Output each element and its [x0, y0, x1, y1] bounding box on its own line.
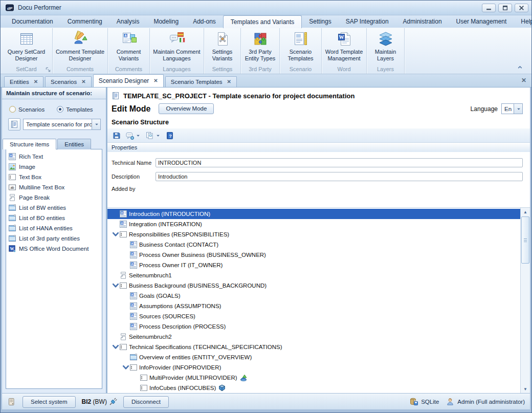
template-combobox-dropdown-button[interactable]	[92, 119, 100, 129]
expander-icon[interactable]	[112, 282, 120, 289]
menu-tab-sap-integration[interactable]: SAP Integration	[339, 15, 396, 28]
menu-tab-commenting[interactable]: Commenting	[60, 15, 109, 28]
tree-item-business-background-business-background[interactable]: Business Background (BUSINESS_BACKGROUND…	[107, 280, 520, 291]
radio-scenarios[interactable]: Scenarios	[9, 106, 45, 113]
ribbon-button-settings-variants[interactable]: Settings Variants	[204, 30, 240, 65]
menu-tab-user-management[interactable]: User Management	[449, 15, 514, 28]
tab-close-icon[interactable]: ✕	[34, 79, 38, 84]
overview-mode-button[interactable]: Overview Mode	[159, 103, 214, 114]
structure-item-list-of-bo-entities[interactable]: List of BO entities	[6, 213, 102, 223]
template-list-button[interactable]	[8, 118, 20, 131]
text-box-icon	[140, 374, 147, 381]
structure-item-image[interactable]: Image	[6, 162, 102, 172]
menu-tab-administration[interactable]: Administration	[396, 15, 449, 28]
disconnect-button[interactable]: Disconnect	[123, 396, 169, 408]
structure-item-multiline-text-box[interactable]: ab Multiline Text Box	[6, 182, 102, 192]
tree-item-introduction-introduction[interactable]: A Introduction (INTRODUCTION)	[107, 209, 520, 219]
copy-comment-button[interactable]	[144, 131, 162, 141]
tree-item-infoprovider-infoprovider[interactable]: InfoProvider (INFOPROVIDER)	[107, 362, 520, 373]
tree-item-responsibilities-responsibilities[interactable]: Responsibilities (RESPONSIBILITIES)	[107, 229, 520, 240]
save-button[interactable]	[111, 131, 122, 141]
tree-item-process-owner-it-it-owner[interactable]: A Process Owner IT (IT_OWNER)	[107, 260, 520, 270]
structure-item-list-of-3rd-party-entities[interactable]: List of 3rd party entities	[6, 233, 102, 244]
add-comment-button[interactable]	[124, 131, 142, 141]
tree-item-infocubes-infocubes[interactable]: InfoCubes (INFOCUBES)	[107, 383, 520, 393]
doc-tab-scenario-templates[interactable]: Scenario Templates ✕	[165, 76, 237, 87]
tree-item-sources-sources[interactable]: A Sources (SOURCES)	[107, 311, 520, 321]
sidebar-tab-entities[interactable]: Entities	[57, 139, 91, 149]
tree-item-integration-integration[interactable]: A Integration (INTEGRATION)	[107, 219, 520, 229]
ribbon-button-maintain-comment-languages[interactable]: Maintain Comment Languages	[150, 30, 204, 65]
copy-icon	[146, 132, 154, 140]
doc-tab-scenarios[interactable]: Scenarios ✕	[45, 76, 92, 87]
ribbon-button-comment-template-designer[interactable]: Comment Template Designer	[53, 30, 107, 65]
structure-item-rich-text[interactable]: A Rich Text	[6, 151, 102, 162]
tree-item-label: Responsibilities (RESPONSIBILITIES)	[129, 231, 229, 237]
tab-close-icon[interactable]: ✕	[227, 79, 231, 84]
menu-tab-documentation[interactable]: Documentation	[5, 15, 60, 28]
ribbon-button-maintain-layers[interactable]: Maintain Layers	[367, 30, 404, 65]
ribbon-group-caption: Comments	[108, 65, 149, 74]
doc-tab-scenario-designer[interactable]: Scenario Designer ✕	[93, 74, 164, 87]
structure-item-list-of-hana-entities[interactable]: List of HANA entities	[6, 223, 102, 233]
tab-close-icon[interactable]: ✕	[81, 79, 85, 84]
ribbon-group-6-scenario: Scenario Templates Scenario	[280, 28, 322, 74]
technical-name-input[interactable]	[156, 158, 523, 167]
language-dropdown-button[interactable]	[514, 104, 522, 114]
svg-text:A: A	[131, 263, 134, 266]
structure-item-text-box[interactable]: Text Box	[6, 172, 102, 182]
ribbon-button-label: Settings Variants	[205, 49, 239, 62]
entity-list-icon	[9, 204, 16, 211]
scroll-up-icon[interactable]: ▲	[521, 208, 530, 216]
description-input[interactable]	[156, 172, 523, 181]
scrollbar-thumb[interactable]	[521, 216, 529, 264]
doc-tab-entities[interactable]: Entities ✕	[4, 76, 43, 87]
maximize-button[interactable]	[498, 4, 512, 12]
tab-strip-close-icon[interactable]: ✕	[521, 77, 526, 84]
menu-tab-templates-and-variants[interactable]: Templates and Variants	[223, 15, 302, 28]
ribbon-button-comment-variants[interactable]: A Comment Variants	[108, 30, 149, 65]
ribbon-button-3rd-party-entity-types[interactable]: 3rd Party Entity Types	[241, 30, 279, 65]
ribbon-button-query-setcard-designer[interactable]: Query SetCard Designer	[1, 30, 52, 65]
expander-icon[interactable]	[112, 231, 120, 237]
tab-close-icon[interactable]: ✕	[153, 78, 158, 83]
ribbon-button-scenario-templates[interactable]: Scenario Templates	[280, 30, 321, 65]
radio-scenarios-circle[interactable]	[9, 106, 16, 113]
close-button[interactable]	[515, 4, 528, 12]
tree-item-technical-specifications-technical-specifications[interactable]: Technical Specifications (TECHNICAL_SPEC…	[107, 342, 520, 352]
help-button[interactable]: ?	[164, 131, 175, 141]
structure-item-page-break[interactable]: Page Break	[6, 192, 102, 203]
menu-tab-help[interactable]: Help	[514, 15, 532, 28]
tree-item-business-contact-contact[interactable]: A Business Contact (CONTACT)	[107, 240, 520, 250]
dialog-launcher-button[interactable]	[45, 67, 51, 73]
tree-item-multiprovider-multiprovider[interactable]: MultiProvider (MULTIPROVIDER)	[107, 373, 520, 383]
radio-templates-circle[interactable]	[57, 106, 63, 113]
expander-icon[interactable]	[122, 364, 130, 371]
structure-item-ms-office-word-document[interactable]: W MS Office Word Document	[6, 244, 102, 254]
menu-tab-analysis[interactable]: Analysis	[109, 15, 147, 28]
minimize-button[interactable]	[482, 4, 496, 12]
template-combobox[interactable]: Template scenario for projec	[23, 119, 101, 130]
tree-scrollbar[interactable]: ▲ ▼	[520, 208, 530, 394]
ribbon-button-word-template-management[interactable]: W Word Template Management	[322, 30, 366, 65]
sidebar-tab-structure-items[interactable]: Structure items	[3, 139, 56, 149]
select-system-button[interactable]: Select system	[23, 396, 76, 408]
structure-item-list-of-bw-entities[interactable]: List of BW entities	[6, 203, 102, 213]
tree-item-overview-of-entities-entity-overview[interactable]: Overview of entities (ENTITY_OVERVIEW)	[107, 352, 520, 362]
menu-tab-settings[interactable]: Settings	[302, 15, 338, 28]
collapse-ribbon-button[interactable]	[517, 64, 524, 71]
tree-item-seitenumbruch2[interactable]: Seitenumbruch2	[107, 332, 520, 342]
menu-tab-add-ons[interactable]: Add-ons	[186, 15, 223, 28]
tree-item-process-owner-business-business-owner[interactable]: A Process Owner Business (BUSINESS_OWNER…	[107, 250, 520, 260]
menu-bar: DocumentationCommentingAnalysisModelingA…	[1, 15, 531, 28]
tree-item-seitenumbruch1[interactable]: Seitenumbruch1	[107, 270, 520, 280]
menu-tab-modeling[interactable]: Modeling	[146, 15, 186, 28]
scrollbar-track[interactable]	[521, 264, 530, 385]
language-combobox[interactable]: En	[501, 103, 523, 114]
scroll-down-icon[interactable]: ▼	[521, 385, 530, 394]
tree-item-goals-goals[interactable]: A Goals (GOALS)	[107, 291, 520, 301]
tree-item-process-description-process[interactable]: A Process Description (PROCESS)	[107, 321, 520, 332]
expander-icon[interactable]	[112, 344, 120, 350]
radio-templates[interactable]: Templates	[57, 106, 93, 113]
tree-item-assumptions-assumptions[interactable]: A Assumptions (ASSUMPTIONS)	[107, 301, 520, 311]
